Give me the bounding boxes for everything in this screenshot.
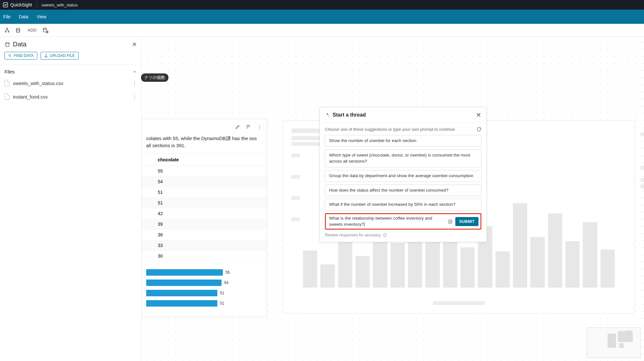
table-row: 39 [142,219,267,229]
bar-value-label: 55 [225,270,230,275]
hierarchy-icon[interactable] [4,27,10,33]
toolbar: ADD: [0,24,644,37]
table-cell: 33 [142,240,267,251]
info-icon [383,233,387,237]
svg-point-4 [16,28,20,30]
table-cell: 30 [142,251,267,261]
svg-rect-9 [45,57,47,57]
suggestion-item[interactable]: Show the number of osenbei for each sect… [325,135,481,147]
menu-bar: File Data View [0,10,644,24]
table-row: 54 [142,176,267,187]
table-row: 36 [142,229,267,240]
minimap[interactable] [587,328,641,358]
table-row: 51 [142,197,267,208]
file-icon [5,80,10,86]
file-menu-icon[interactable]: ⋮ [132,93,137,100]
submit-button[interactable]: SUBMIT [455,217,478,226]
tooltip-chip: ナツの個数 [141,73,168,82]
menu-data[interactable]: Data [19,14,29,19]
table-cell: 54 [142,176,267,187]
data-table: chocolate 555451514239363330 [142,154,267,261]
table-row: 42 [142,208,267,219]
quicksight-logo-icon [3,2,8,8]
find-data-label: FIND DATA [14,53,34,58]
file-icon [5,93,10,100]
upload-icon [44,54,48,58]
data-side-panel: Data ✕ FIND DATA UPLOAD FILE Files sweet… [0,37,142,361]
canvas[interactable]: ⋮ colates with 55, while the DynamoDB課 h… [142,37,644,361]
database-icon [5,42,10,47]
menu-view[interactable]: View [37,14,46,19]
database-icon[interactable] [15,27,21,33]
expand-icon[interactable] [448,219,453,224]
bar [146,300,217,307]
find-data-button[interactable]: FIND DATA [5,52,37,60]
table-cell: 42 [142,208,267,219]
prompt-input-row: What is the relationship between coffee … [325,213,481,229]
menu-file[interactable]: File [3,14,11,19]
svg-point-2 [5,31,6,32]
table-cell: 36 [142,229,267,240]
file-menu-icon[interactable]: ⋮ [132,80,137,87]
table-cell: 51 [142,187,267,197]
table-row: 55 [142,166,267,176]
sparkle-icon [325,112,330,118]
bar-value-label: 51 [220,291,224,295]
header-divider [37,2,37,8]
thread-modal: Start a thread ✕ Choose one of these sug… [319,107,487,242]
document-name: sweets_with_status [42,3,78,7]
file-row[interactable]: sweets_with_status.csv ⋮ [0,76,141,90]
toolbar-add-label: ADD: [28,28,38,33]
add-database-icon[interactable] [42,27,49,33]
edit-icon[interactable] [235,124,240,130]
upload-file-label: UPLOAD FILE [50,53,75,58]
suggestion-item[interactable]: How does the status affect the number of… [325,185,481,196]
upload-file-button[interactable]: UPLOAD FILE [41,52,79,60]
svg-point-3 [8,31,9,32]
table-header: chocolate [142,154,267,166]
file-name: sweets_with_status.csv [13,81,63,86]
review-note: Review responses for accuracy [325,233,381,237]
bar [146,290,217,296]
table-cell: 39 [142,219,267,229]
bar-row: 51 [146,290,262,296]
bar-row: 55 [146,269,262,276]
svg-point-7 [6,42,9,44]
modal-title: Start a thread [333,112,366,118]
svg-point-1 [6,28,7,29]
file-row[interactable]: instant_food.csv ⋮ [0,90,141,103]
modal-close-icon[interactable]: ✕ [476,111,481,119]
more-icon[interactable]: ⋮ [257,124,262,130]
bar-chart: 55545151 [142,261,267,307]
suggestion-item[interactable]: Which type of sweet (chocolate, donut, o… [325,149,481,167]
panel-title: Data [5,41,26,48]
top-header: QuickSight sweets_with_status [0,0,644,10]
flag-icon[interactable] [246,124,251,130]
svg-point-8 [9,54,11,56]
files-header: Files [5,69,15,74]
modal-instruction: Choose one of these suggestions or type … [325,127,455,132]
suggestion-item[interactable]: What if the number of osenbei increased … [325,199,481,211]
prompt-input[interactable]: What is the relationship between coffee … [329,215,445,227]
bar-value-label: 54 [224,280,228,285]
bar-row: 51 [146,300,262,307]
table-row: 51 [142,187,267,197]
visual-card[interactable]: ⋮ colates with 55, while the DynamoDB課 h… [141,119,267,317]
search-icon [8,54,12,58]
suggestion-item[interactable]: Group the data by department and show th… [325,170,481,182]
bar-row: 54 [146,280,262,286]
table-row: 30 [142,251,267,261]
panel-title-text: Data [13,41,26,48]
table-cell: 51 [142,197,267,208]
panel-close-icon[interactable]: ✕ [132,41,137,48]
refresh-icon[interactable] [477,127,481,132]
bar [146,269,223,276]
table-row: 33 [142,240,267,251]
bar [146,280,222,286]
file-name: instant_food.csv [13,94,48,100]
app-logo[interactable]: QuickSight [3,2,32,8]
bar-value-label: 51 [220,301,224,306]
visual-summary: colates with 55, while the DynamoDB課 has… [142,135,267,154]
chevron-up-icon[interactable] [132,70,137,74]
app-name: QuickSight [10,2,32,7]
